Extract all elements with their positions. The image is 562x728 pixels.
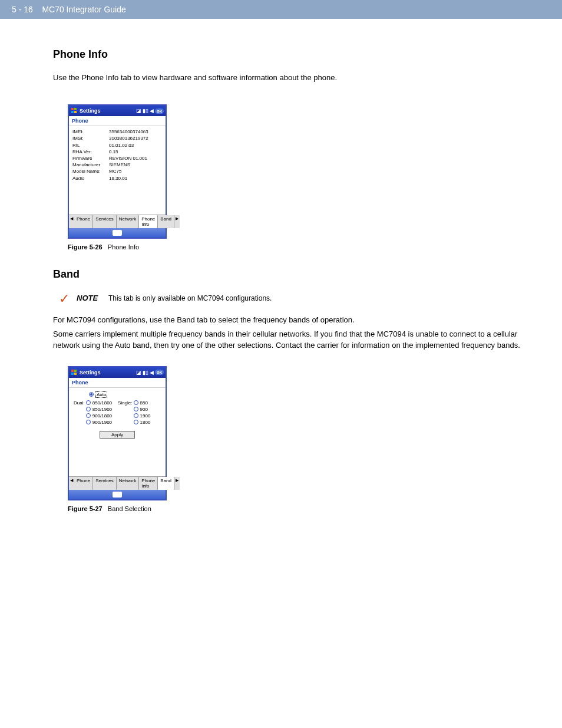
figure-label-2: Figure 5-27 — [68, 505, 103, 512]
svg-rect-6 — [71, 373, 74, 375]
info-value: REVISION 01.001 — [109, 155, 162, 162]
checkmark-icon: ✓ — [59, 292, 70, 305]
figure-title-1: Phone Info — [108, 243, 139, 251]
radio-label: 850/1900 — [92, 407, 112, 412]
radio-single-1800[interactable] — [134, 420, 138, 424]
pda-tabs: ◀ Phone Services Network Phone Info Band… — [69, 476, 166, 490]
radio-label: 850/1800 — [92, 400, 112, 406]
keyboard-icon[interactable] — [113, 230, 122, 236]
radio-dual-900-1900[interactable] — [86, 420, 91, 424]
info-value: 01.01.02.03 — [109, 142, 162, 149]
single-label: Single: — [118, 400, 132, 406]
pda-subtitle: Phone — [69, 116, 166, 126]
tab-band[interactable]: Band — [158, 215, 174, 228]
apply-button[interactable]: Apply — [100, 431, 135, 439]
pda-bottombar — [69, 228, 166, 238]
info-label: IMEI: — [72, 129, 109, 135]
phone-info-paragraph: Use the Phone Info tab to view hardware … — [53, 73, 538, 83]
band-paragraph-2: Some carriers implement multiple frequen… — [53, 329, 538, 350]
radio-label: 900 — [140, 407, 148, 412]
info-value: SIEMENS — [109, 162, 162, 168]
tab-phone-info[interactable]: Phone Info — [139, 215, 158, 228]
svg-rect-3 — [74, 111, 77, 113]
info-label: Audio — [72, 175, 109, 182]
info-label: Firmware — [72, 155, 109, 162]
tab-phone[interactable]: Phone — [74, 215, 93, 228]
figure-caption-1: Figure 5-26 Phone Info — [68, 243, 538, 251]
tab-scroll-right[interactable]: ▶ — [174, 215, 180, 228]
pda-titlebar: Settings ◪ ▮▯ ◀ ok — [69, 367, 166, 378]
info-value: 310380136219372 — [109, 135, 162, 141]
pda-body: Auto Dual: 850/1800 850/1900 900/1800 90… — [69, 388, 166, 476]
info-label: IMSI: — [72, 135, 109, 141]
svg-rect-7 — [74, 373, 77, 375]
tab-services[interactable]: Services — [93, 215, 117, 228]
radio-auto-label: Auto — [95, 391, 107, 398]
tab-network[interactable]: Network — [117, 215, 139, 228]
radio-dual-850-1800[interactable] — [86, 400, 91, 405]
dual-label: Dual: — [74, 400, 85, 406]
pda-bottombar — [69, 490, 166, 499]
speaker-icon[interactable]: ◀ — [150, 108, 154, 114]
connection-icon[interactable]: ◪ — [136, 108, 141, 114]
info-label: Model Name: — [72, 168, 109, 174]
page-number: 5 - 16 — [12, 5, 33, 14]
tab-band[interactable]: Band — [158, 477, 174, 490]
ok-button[interactable]: ok — [155, 108, 164, 114]
start-flag-icon[interactable] — [71, 107, 78, 114]
radio-single-900[interactable] — [134, 407, 138, 411]
note-text: This tab is only available on MC7094 con… — [108, 294, 272, 302]
pda-body: IMEI:355634000374063 IMSI:31038013621937… — [69, 126, 166, 215]
pda-screenshot-phone-info: Settings ◪ ▮▯ ◀ ok Phone IMEI:3556340003… — [68, 104, 167, 239]
info-value: 18.30.01 — [109, 175, 162, 182]
radio-single-1900[interactable] — [134, 413, 138, 418]
radio-label: 1800 — [140, 420, 151, 425]
pda-subtitle: Phone — [69, 378, 166, 388]
radio-label: 900/1900 — [92, 420, 112, 425]
keyboard-icon[interactable] — [113, 492, 122, 498]
info-label: RHA Ver: — [72, 149, 109, 155]
tab-services[interactable]: Services — [93, 477, 117, 490]
start-flag-icon[interactable] — [71, 369, 78, 376]
ok-button[interactable]: ok — [155, 370, 164, 375]
svg-rect-4 — [71, 370, 74, 372]
radio-label: 850 — [140, 400, 148, 406]
speaker-icon[interactable]: ◀ — [150, 370, 154, 375]
radio-dual-850-1900[interactable] — [86, 407, 91, 411]
signal-icon[interactable]: ▮▯ — [143, 108, 148, 114]
radio-label: 900/1800 — [92, 413, 112, 419]
tab-phone-info[interactable]: Phone Info — [139, 477, 158, 490]
band-heading: Band — [53, 268, 538, 281]
note-block: ✓ NOTE This tab is only available on MC7… — [59, 292, 538, 305]
radio-dual-900-1800[interactable] — [86, 413, 91, 418]
svg-rect-2 — [71, 111, 74, 113]
info-value: 0.15 — [109, 149, 162, 155]
svg-rect-1 — [74, 108, 77, 110]
page-header: 5 - 16 MC70 Integrator Guide — [0, 0, 562, 19]
info-value: MC75 — [109, 168, 162, 174]
pda-screenshot-band: Settings ◪ ▮▯ ◀ ok Phone Auto Dual: 850/… — [68, 366, 167, 500]
phone-info-heading: Phone Info — [53, 48, 538, 61]
tab-scroll-left[interactable]: ◀ — [69, 477, 74, 490]
tab-network[interactable]: Network — [117, 477, 139, 490]
doc-title: MC70 Integrator Guide — [42, 5, 125, 14]
band-paragraph-1: For MC7094 configurations, use the Band … — [53, 315, 538, 325]
info-label: RIL — [72, 142, 109, 149]
note-label: NOTE — [77, 294, 98, 302]
svg-rect-5 — [74, 370, 77, 372]
info-label: Manufacturer — [72, 162, 109, 168]
figure-caption-2: Figure 5-27 Band Selection — [68, 505, 538, 512]
connection-icon[interactable]: ◪ — [136, 370, 141, 375]
tab-scroll-right[interactable]: ▶ — [174, 477, 180, 490]
radio-auto[interactable] — [89, 392, 94, 397]
pda-titlebar: Settings ◪ ▮▯ ◀ ok — [69, 106, 166, 116]
signal-icon[interactable]: ▮▯ — [143, 370, 148, 375]
svg-rect-0 — [71, 108, 74, 110]
info-value: 355634000374063 — [109, 129, 162, 135]
figure-label-1: Figure 5-26 — [68, 243, 103, 251]
radio-single-850[interactable] — [134, 400, 138, 405]
radio-label: 1900 — [140, 413, 151, 419]
pda-title: Settings — [80, 108, 136, 114]
tab-scroll-left[interactable]: ◀ — [69, 215, 74, 228]
tab-phone[interactable]: Phone — [74, 477, 93, 490]
